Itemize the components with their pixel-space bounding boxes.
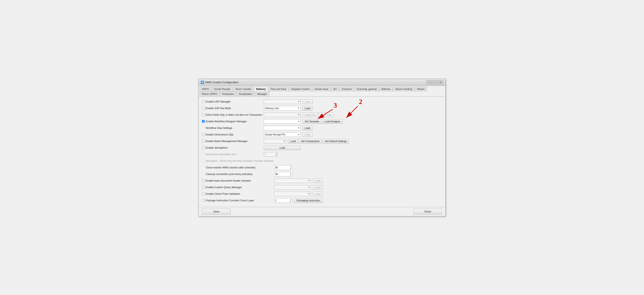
main-window: W WMS Custom Configuration — □ ✕ GRPO Go… (198, 79, 446, 216)
checkbox-base-doc-header-remarks[interactable]: Enable base document header remarks (202, 179, 274, 182)
load-base-doc-header-remarks-button[interactable]: Load (313, 178, 323, 183)
checkbox-batch-management[interactable]: Enable Batch Management Manager (202, 140, 264, 143)
tab-dispatch-control[interactable]: Dispatch Control (289, 87, 312, 92)
tab-manager[interactable]: Manager (255, 92, 269, 96)
label-package-instruction: Package Instruction Constant Count Layer (206, 199, 254, 202)
tabs-container: GRPO Goods Receipt Stock Transfer Delive… (199, 86, 445, 96)
checkbox-doc-reservation-time[interactable]: Document reservation time (202, 153, 264, 156)
load-batch-management-button[interactable]: Load (288, 139, 298, 144)
tab-batches[interactable]: Batches (379, 87, 392, 92)
tab-stock-counting[interactable]: Stock Counting (393, 87, 414, 92)
spin-arrows-package-instruction[interactable]: ▲▼ (290, 199, 292, 202)
load-udf-manager-button[interactable]: Load (302, 100, 312, 104)
load-dimensions-sql-button[interactable]: Load (302, 132, 312, 137)
num-input-package-instruction-value: 1 (275, 199, 276, 202)
checkbox-dimensions-sql[interactable]: Enable Dimensions SQL (202, 133, 264, 136)
combo-sap-line-fields[interactable]: Delivery Line ▼ (264, 106, 301, 110)
maximize-button[interactable]: □ (432, 80, 438, 84)
combo-extra-fields-sql-arrow: ▼ (298, 114, 300, 116)
combo-workflow-step[interactable]: ▼ (264, 126, 301, 130)
combo-batch-management[interactable]: ▼ (264, 139, 286, 144)
tab-grpo[interactable]: GRPO (200, 87, 211, 92)
footer: Save Close (199, 207, 445, 216)
combo-extra-fields-sql[interactable]: ▼ (264, 112, 301, 117)
tab-production[interactable]: Production (220, 92, 236, 96)
save-button[interactable]: Save (202, 209, 231, 214)
combo-check-point-validation[interactable]: ▼ (274, 192, 311, 196)
tab-return[interactable]: Return (415, 87, 427, 92)
combo-custom-query-manager[interactable]: ▼ (274, 185, 311, 190)
tab-scanning-general[interactable]: Scanning: general (354, 87, 379, 92)
tab-goods-receipt[interactable]: Goods Receipt (212, 87, 232, 92)
combo-udf-manager[interactable]: ▼ (264, 100, 301, 104)
load-custom-query-manager-button[interactable]: Load (313, 185, 323, 190)
minimize-button[interactable]: — (426, 80, 432, 84)
load-workflow-step-button[interactable]: Load (302, 126, 312, 130)
load-designer-button[interactable]: Load Designer (322, 119, 343, 124)
title-bar-left: W WMS Custom Configuration (201, 81, 238, 84)
checkbox-semaphore-input[interactable] (202, 146, 205, 149)
num-input-package-instruction[interactable]: 1 ▲▼ (274, 198, 292, 203)
checkbox-base-doc-header-remarks-input[interactable] (202, 179, 205, 182)
checkbox-package-instruction-input[interactable] (202, 199, 205, 202)
set-default-settings-button[interactable]: Set Default Settings (322, 139, 349, 144)
label-sap-line-fields: Enable SAP line fields (206, 107, 231, 110)
checkbox-udf-manager-input[interactable] (202, 100, 205, 103)
checkbox-semaphor-first-free-input[interactable] (202, 160, 205, 162)
row-close-inactive-session: Close inactive WMS session after (minute… (202, 165, 442, 170)
tab-su[interactable]: SU (331, 87, 339, 92)
checkbox-check-point-validation[interactable]: Enable Check Point Validation (202, 192, 274, 195)
set-transactions-button[interactable]: Set Transactions (299, 139, 322, 144)
checkbox-dimensions-sql-input[interactable] (202, 133, 205, 136)
checkbox-custom-query-manager-input[interactable] (202, 186, 205, 188)
checkbox-package-instruction[interactable]: Package Instruction Constant Count Layer (202, 199, 274, 202)
tab-return-grpo[interactable]: Return GRPO (200, 92, 220, 96)
combo-udf-manager-arrow: ▼ (298, 100, 300, 103)
checkbox-extra-fields-sql-input[interactable] (202, 114, 205, 116)
row-workflow-step: Workflow Step Settings ▼ Load (202, 125, 442, 131)
checkbox-check-point-validation-input[interactable] (202, 192, 205, 195)
tab-pick-and-pack[interactable]: Pick and Pack (268, 87, 289, 92)
checkbox-batch-management-input[interactable] (202, 140, 205, 142)
combo-dimensions-sql[interactable]: Goods Receipt PO ▼ (264, 132, 301, 137)
combo-dimensions-sql-arrow: ▼ (298, 134, 300, 136)
load-semaphore-button[interactable]: Load (264, 146, 301, 150)
checkbox-sap-line-fields[interactable]: Enable SAP line fields (202, 107, 264, 110)
combo-base-doc-header-remarks[interactable]: ▼ (274, 178, 311, 183)
label-extra-fields-sql: Extra Fields SQL in Main List Item on Tr… (206, 114, 262, 116)
spin-arrows-cleanup-connection-pool[interactable]: ▲▼ (290, 172, 292, 176)
checkbox-workflow-designer-input[interactable] (202, 120, 205, 123)
checkbox-doc-reservation-time-input[interactable] (202, 153, 205, 156)
packaging-instruction-button[interactable]: Packaging Instruction (294, 198, 322, 203)
spin-arrows-doc-reservation-time[interactable]: ▲▼ (276, 152, 277, 156)
num-input-doc-reservation-time[interactable]: 5 ▲▼ (264, 152, 278, 157)
num-input-close-inactive-session[interactable]: 30 ▲▼ (274, 165, 292, 170)
row-doc-reservation-time: Document reservation time 5 ▲▼ (202, 152, 442, 157)
set-template-button[interactable]: Set Template (302, 119, 322, 124)
tab-stock-transfer[interactable]: Stock Transfer (233, 87, 254, 92)
combo-check-point-validation-arrow: ▼ (308, 193, 310, 195)
checkbox-udf-manager[interactable]: Enable UDF Manager (202, 100, 264, 103)
row-package-instruction: Package Instruction Constant Count Layer… (202, 198, 442, 203)
tab-goods-issue[interactable]: Goods Issue (312, 87, 331, 92)
load-two-button[interactable]: Load Two (319, 112, 334, 117)
checkbox-workflow-designer[interactable]: Enable Workflow Designer Manager (202, 120, 264, 123)
close-window-button[interactable]: ✕ (438, 80, 443, 84)
checkbox-semaphor-first-free[interactable]: Semaphor - Show only first free Inventor… (202, 160, 305, 162)
tab-serialization[interactable]: Serialization (236, 92, 254, 96)
checkbox-extra-fields-sql[interactable]: Extra Fields SQL in Main List Item on Tr… (202, 114, 264, 116)
label-batch-management: Enable Batch Management Manager (206, 140, 248, 143)
app-icon: W (201, 81, 204, 84)
tab-common[interactable]: Common (340, 87, 354, 92)
tab-delivery[interactable]: Delivery (254, 87, 268, 92)
checkbox-sap-line-fields-input[interactable] (202, 107, 205, 110)
checkbox-custom-query-manager[interactable]: Enable Custom Query Manager (202, 186, 274, 189)
spin-arrows-close-inactive-session[interactable]: ▲▼ (290, 166, 292, 170)
close-button[interactable]: Close (413, 209, 442, 214)
load-sap-line-fields-button[interactable]: Load (302, 106, 312, 110)
checkbox-semaphore[interactable]: Enable Semaphore (202, 146, 264, 149)
load-one-button[interactable]: Load One (302, 112, 318, 117)
num-input-cleanup-connection-pool[interactable]: 30 ▲▼ (274, 172, 292, 176)
combo-workflow-designer[interactable]: ▼ (264, 119, 301, 124)
load-check-point-validation-button[interactable]: Load (313, 192, 323, 196)
